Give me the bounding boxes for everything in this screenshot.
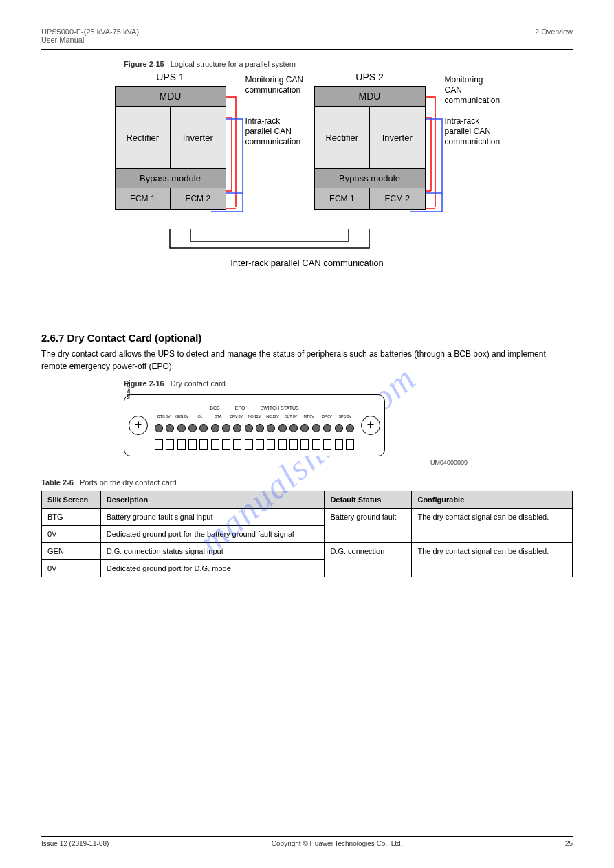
cell: Dedicated ground port for D.G. mode [100, 560, 325, 577]
ups1-monitor-note: Monitoring CAN communication [245, 75, 304, 96]
pin-label: MT 0V [300, 414, 318, 419]
slot-row [155, 439, 354, 450]
table-body: BTG Battery ground fault signal input Ba… [42, 509, 573, 577]
pin-label: BTG 0V [155, 414, 173, 419]
cell: Battery ground fault [325, 509, 412, 543]
footer-left: Issue 12 (2019-11-08) [41, 840, 109, 847]
cell: D.G. connection status signal input [100, 543, 325, 560]
ups1-intra-note: Intra-rack parallel CAN communication [245, 116, 301, 147]
figure2-diagram: MUE05A BCB EPO SWITCH STATUS BTG 0V GEN … [124, 394, 385, 456]
pin-label: DRV 0V [227, 414, 245, 419]
inter-rack-label: Inter-rack parallel CAN communication [115, 258, 500, 268]
mue-label: MUE05A [126, 380, 131, 399]
ups2-ecm: ECM 1 ECM 2 [315, 188, 425, 209]
table-row: GEN D.G. connection status signal input … [42, 543, 573, 560]
header-rule [41, 49, 573, 50]
ups1-rectifier: Rectifier [116, 107, 171, 168]
table-title: Ports on the dry contact card [80, 478, 177, 487]
figure2-caption: Figure 2-16 Dry contact card [124, 379, 573, 388]
ups2-ecm1: ECM 1 [315, 188, 371, 209]
th-config: Configurable [412, 491, 573, 509]
ups2-inverter: Inverter [370, 107, 425, 168]
pin-label: SPD 0V [336, 414, 354, 419]
cell: The dry contact signal can be disabled. [412, 543, 573, 577]
ups1-mid: Rectifier Inverter [116, 107, 226, 169]
pin-label: OUT 0V [282, 414, 300, 419]
table-caption: Table 2-6 Ports on the dry contact card [41, 478, 573, 487]
ups2-mdu: MDU [315, 87, 425, 107]
pin-label: BP 0V [318, 414, 336, 419]
pin-label: OL [191, 414, 209, 419]
th-desc: Description [100, 491, 325, 509]
ups1-mdu: MDU [116, 87, 226, 107]
section-heading: 2.6.7 Dry Contact Card (optional) [41, 332, 573, 344]
cell: Battery ground fault signal input [100, 509, 325, 526]
ups2-rectifier: Rectifier [315, 107, 371, 168]
group-epo: EPO [231, 405, 250, 410]
screw-left-icon [129, 416, 148, 435]
figure1-caption: Figure 2-15 Logical structure for a para… [124, 60, 573, 68]
screw-right-icon [361, 416, 380, 435]
port-table: Silk Screen Description Default Status C… [41, 491, 573, 577]
pin-label: NO 12V [245, 414, 263, 419]
figure1-diagram: UPS 1 MDU Rectifier Inverter Bypass modu… [115, 71, 500, 291]
ups1-title: UPS 1 [116, 71, 226, 82]
group-bcb: BCB [206, 405, 223, 410]
hole-row [155, 424, 354, 432]
pin-label: NC 12V [263, 414, 281, 419]
pin-row: BTG 0V GEN 0V OL STA DRV 0V NO 12V NC 12… [155, 414, 354, 419]
ups2-block: UPS 2 MDU Rectifier Inverter Bypass modu… [314, 86, 426, 210]
group-row: BCB EPO SWITCH STATUS [155, 405, 354, 410]
figure2-title: Dry contact card [171, 379, 226, 388]
header-right: 2 Overview [535, 27, 573, 44]
cell: 0V [42, 526, 101, 543]
cell: D.G. connection [325, 543, 412, 577]
ups2-intra-note: Intra-rack parallel CAN communication [445, 116, 501, 147]
cell: BTG [42, 509, 101, 526]
page-footer: Issue 12 (2019-11-08) Copyright © Huawei… [41, 836, 573, 847]
table-head: Silk Screen Description Default Status C… [42, 491, 573, 509]
page-header: UPS5000-E-(25 kVA-75 kVA) User Manual 2 … [41, 27, 573, 48]
ups1-bypass: Bypass module [116, 169, 226, 188]
ups1-ecm2: ECM 2 [171, 188, 226, 209]
table-number: Table 2-6 [41, 478, 74, 487]
figure2-code: UM04000009 [124, 459, 468, 466]
ups2-title: UPS 2 [315, 71, 425, 82]
ups2-ecm2: ECM 2 [370, 188, 425, 209]
ups2-bypass: Bypass module [315, 169, 425, 188]
cell: The dry contact signal can be disabled. [412, 509, 573, 543]
ups1-inverter: Inverter [171, 107, 226, 168]
ups2-monitor-note: Monitoring CAN communication [445, 75, 501, 106]
ups1-block: UPS 1 MDU Rectifier Inverter Bypass modu… [115, 86, 226, 210]
cell: GEN [42, 543, 101, 560]
footer-rule [41, 836, 573, 837]
ups1-ecm: ECM 1 ECM 2 [116, 188, 226, 209]
figure1-number: Figure 2-15 [124, 60, 164, 68]
cell: 0V [42, 560, 101, 577]
figure1-title: Logical structure for a parallel system [171, 60, 296, 68]
section-paragraph: The dry contact card allows the UPS to d… [41, 348, 573, 372]
footer-center: Copyright © Huawei Technologies Co., Ltd… [272, 840, 403, 847]
group-switch: SWITCH STATUS [256, 405, 303, 410]
pin-label: STA [209, 414, 227, 419]
ups1-ecm1: ECM 1 [116, 188, 171, 209]
pin-label: GEN 0V [173, 414, 190, 419]
th-silk: Silk Screen [42, 491, 101, 509]
header-left: UPS5000-E-(25 kVA-75 kVA) User Manual [41, 27, 139, 44]
footer-right: 25 [565, 840, 573, 847]
th-default: Default Status [325, 491, 412, 509]
table-row: BTG Battery ground fault signal input Ba… [42, 509, 573, 526]
ups2-mid: Rectifier Inverter [315, 107, 425, 169]
cell: Dedicated ground port for the battery gr… [100, 526, 325, 543]
